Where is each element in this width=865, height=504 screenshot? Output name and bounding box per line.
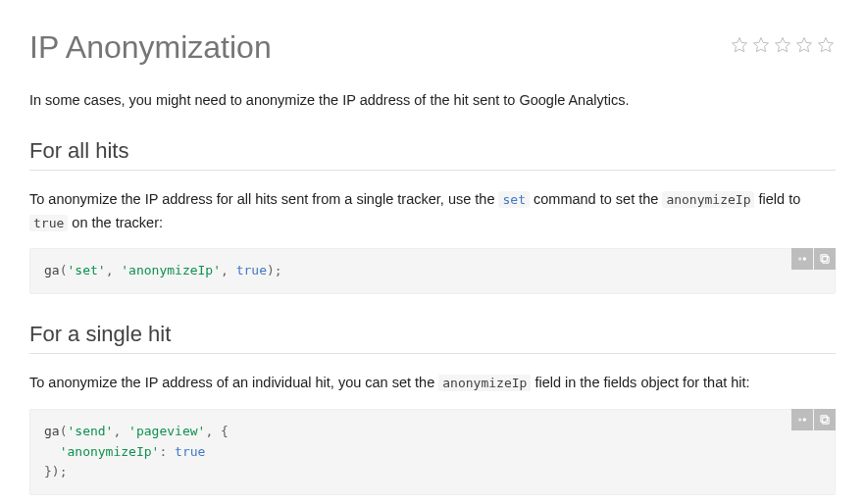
text: To anonymize the IP address of an indivi…	[29, 375, 438, 390]
copy-icon	[818, 413, 832, 427]
svg-point-1	[803, 258, 807, 262]
copy-button[interactable]	[814, 409, 836, 430]
star-icon[interactable]	[730, 35, 749, 55]
code-content: ga('send', 'pageview', { 'anonymizeIp': …	[29, 409, 836, 495]
code-toolbar	[791, 409, 836, 430]
section-body-single-hit: To anonymize the IP address of an indivi…	[29, 372, 836, 394]
svg-point-0	[798, 258, 802, 262]
code-block-all-hits: ga('set', 'anonymizeIp', true);	[29, 248, 836, 294]
star-icon[interactable]	[794, 35, 814, 55]
svg-point-4	[798, 418, 802, 422]
copy-icon	[818, 252, 832, 266]
inline-code-anonymizeip: anonymizeIp	[662, 191, 754, 208]
code-content: ga('set', 'anonymizeIp', true);	[29, 248, 836, 294]
inline-code-true: true	[29, 215, 68, 231]
text: field in the fields object for that hit:	[531, 375, 749, 390]
page-title: IP Anonymization	[29, 29, 272, 66]
text: on the tracker:	[68, 215, 163, 230]
svg-rect-2	[823, 257, 829, 263]
section-body-all-hits: To anonymize the IP address for all hits…	[29, 188, 836, 233]
svg-rect-7	[821, 416, 827, 422]
rating-widget[interactable]	[730, 35, 836, 55]
inline-code-anonymizeip: anonymizeIp	[438, 375, 531, 391]
star-icon[interactable]	[816, 35, 836, 55]
code-block-single-hit: ga('send', 'pageview', { 'anonymizeIp': …	[29, 409, 836, 495]
section-heading-single-hit: For a single hit	[29, 322, 836, 354]
theme-icon	[795, 413, 809, 427]
theme-toggle-button[interactable]	[791, 409, 813, 430]
svg-rect-3	[821, 255, 827, 261]
svg-point-5	[803, 418, 807, 422]
star-icon[interactable]	[773, 35, 792, 55]
text: To anonymize the IP address for all hits…	[29, 191, 498, 207]
star-icon[interactable]	[751, 35, 771, 55]
text: command to set the	[530, 191, 662, 207]
copy-button[interactable]	[814, 248, 836, 270]
svg-rect-6	[823, 417, 829, 423]
code-toolbar	[791, 248, 836, 270]
inline-code-set: set	[498, 191, 529, 208]
text: field to	[754, 191, 800, 207]
theme-icon	[795, 252, 809, 266]
intro-paragraph: In some cases, you might need to anonymi…	[29, 89, 836, 111]
section-heading-all-hits: For all hits	[29, 138, 836, 171]
theme-toggle-button[interactable]	[791, 248, 813, 270]
